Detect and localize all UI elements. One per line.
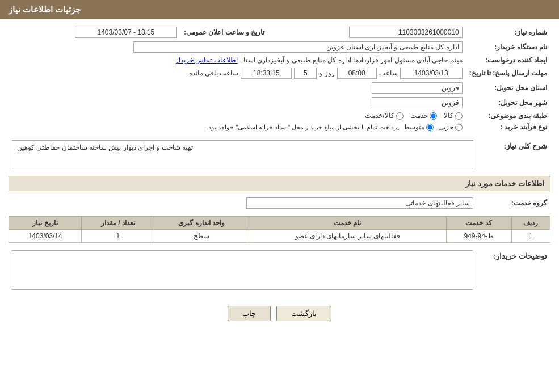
table-row: 1ط-94-949فعالیتهای سایر سازمانهای دارای … — [9, 230, 550, 243]
service-group-section: گروه خدمت: سایر فعالیتهای خدماتی — [9, 196, 550, 210]
proc-label-medium: متوسط — [404, 123, 424, 131]
creator-label: ایجاد کننده درخواست: — [466, 54, 550, 66]
city-field: قزوین — [372, 97, 463, 108]
deadline-row: 1403/03/13 ساعت 08:00 روز و 5 18:33:15 س… — [9, 66, 466, 81]
table-row: ردیف کد خدمت نام خدمت واحد اندازه گیری ت… — [9, 217, 550, 230]
announce-value: 1403/03/07 - 13:15 — [9, 25, 180, 40]
deadline-label: مهلت ارسال پاسخ: تا تاریخ: — [466, 66, 550, 81]
process-option-partial: جزیی — [438, 123, 463, 131]
info-table: شماره نیاز: 1103003261000010 تاریخ و ساع… — [9, 25, 550, 133]
page-title: جزئیات اطلاعات نیاز — [9, 5, 81, 14]
need-desc-table: شرح کلی نیاز: تهیه شاخت و اجرای دیوار پی… — [9, 138, 550, 170]
buyer-desc-box — [12, 250, 473, 290]
service-group-value: سایر فعالیتهای خدماتی — [9, 196, 477, 210]
col-header-code: کد خدمت — [446, 217, 511, 230]
cell-unit: سطح — [154, 230, 249, 243]
process-options: جزیی متوسط پرداخت تمام یا بخشی از مبلغ خ… — [9, 121, 466, 133]
need-desc-box: تهیه شاخت و اجرای دیوار پیش ساخته ساختما… — [12, 140, 473, 168]
table-row: شماره نیاز: 1103003261000010 تاریخ و ساع… — [9, 25, 550, 40]
need-desc-value: تهیه شاخت و اجرای دیوار پیش ساخته ساختما… — [9, 138, 477, 170]
services-section-title: اطلاعات خدمات مورد نیاز — [9, 176, 550, 191]
buyer-desc-table: توضیحات خریدار: — [9, 248, 550, 292]
category-option-kala: کالا — [444, 112, 463, 120]
table-row: توضیحات خریدار: — [9, 248, 550, 292]
need-number-label: شماره نیاز: — [466, 25, 550, 40]
cat-label-kala: کالا — [444, 112, 453, 120]
deadline-time-label: ساعت — [379, 69, 398, 77]
process-label: نوع فرآیند خرید : — [466, 121, 550, 133]
cat-radio-kala[interactable] — [455, 112, 463, 120]
need-number-value: 1103003261000010 — [276, 25, 465, 40]
province-label: استان محل تحویل: — [466, 81, 550, 95]
footer-buttons: بازگشت چاپ — [9, 297, 550, 327]
page-wrapper: جزئیات اطلاعات نیاز شماره نیاز: 11030032… — [0, 0, 559, 392]
deadline-time-field: 08:00 — [337, 68, 377, 79]
col-header-date: تاریخ نیاز — [9, 217, 82, 230]
cat-radio-both[interactable] — [396, 112, 404, 120]
announce-field: 1403/03/07 - 13:15 — [75, 27, 177, 38]
deadline-remain-field: 18:33:15 — [241, 68, 292, 79]
page-header: جزئیات اطلاعات نیاز — [0, 0, 559, 19]
deadline-remain-label: ساعت باقی مانده — [189, 69, 239, 77]
buyer-org-value: اداره کل منابع طبیعی و آبخیزداری استان ق… — [9, 40, 466, 54]
creator-link[interactable]: اطلاعات تماس خریدار — [175, 56, 238, 64]
cell-row: 1 — [511, 230, 550, 243]
buyer-desc-value — [9, 248, 477, 292]
province-value: قزوین — [9, 81, 466, 95]
service-group-table: گروه خدمت: سایر فعالیتهای خدماتی — [9, 196, 550, 210]
services-table-body: 1ط-94-949فعالیتهای سایر سازمانهای دارای … — [9, 230, 550, 243]
buyer-desc-section: توضیحات خریدار: — [9, 248, 550, 292]
need-desc-text: تهیه شاخت و اجرای دیوار پیش ساخته ساختما… — [17, 144, 193, 151]
process-option-medium: متوسط — [404, 123, 434, 131]
col-header-qty: تعداد / مقدار — [82, 217, 154, 230]
table-row: نوع فرآیند خرید : جزیی متوسط پرداخت — [9, 121, 550, 133]
buyer-desc-label: توضیحات خریدار: — [477, 248, 550, 292]
col-header-name: نام خدمت — [249, 217, 446, 230]
city-label: شهر محل تحویل: — [466, 95, 550, 110]
table-row: شرح کلی نیاز: تهیه شاخت و اجرای دیوار پی… — [9, 138, 550, 170]
category-options: کالا خدمت کالا/خدمت — [9, 110, 466, 121]
table-row: گروه خدمت: سایر فعالیتهای خدماتی — [9, 196, 550, 210]
need-desc-label: شرح کلی نیاز: — [477, 138, 550, 170]
service-group-field: سایر فعالیتهای خدماتی — [246, 197, 473, 209]
deadline-date-field: 1403/03/13 — [400, 68, 463, 79]
process-description: پرداخت تمام یا بخشی از مبلغ خریداز محل "… — [207, 124, 399, 131]
announce-label: تاریخ و ساعت اعلان عمومی: — [180, 25, 276, 40]
cell-qty: 1 — [82, 230, 154, 243]
cell-date: 1403/03/14 — [9, 230, 82, 243]
services-table-head: ردیف کد خدمت نام خدمت واحد اندازه گیری ت… — [9, 217, 550, 230]
cell-name: فعالیتهای سایر سازمانهای دارای عضو — [249, 230, 446, 243]
category-option-service: خدمت — [410, 112, 437, 120]
creator-text: میثم حاجی آبادی مسئول امور قراردادها ادا… — [243, 56, 463, 64]
main-info-section: شماره نیاز: 1103003261000010 تاریخ و ساع… — [9, 25, 550, 133]
cat-radio-service[interactable] — [430, 112, 437, 120]
services-table: ردیف کد خدمت نام خدمت واحد اندازه گیری ت… — [9, 216, 550, 243]
buyer-org-field: اداره کل منابع طبیعی و آبخیزداری استان ق… — [133, 41, 463, 53]
services-table-section: ردیف کد خدمت نام خدمت واحد اندازه گیری ت… — [9, 216, 550, 243]
proc-label-partial: جزیی — [438, 123, 453, 131]
table-row: شهر محل تحویل: قزوین — [9, 95, 550, 110]
buyer-org-label: نام دستگاه خریدار: — [466, 40, 550, 54]
cat-label-service: خدمت — [410, 112, 428, 120]
need-number-field: 1103003261000010 — [349, 27, 463, 38]
creator-value: میثم حاجی آبادی مسئول امور قراردادها ادا… — [9, 54, 466, 66]
table-row: طبقه بندی موضوعی: کالا خدمت — [9, 110, 550, 121]
col-header-unit: واحد اندازه گیری — [154, 217, 249, 230]
city-value: قزوین — [9, 95, 466, 110]
print-button[interactable]: چاپ — [228, 306, 271, 321]
cat-label-both: کالا/خدمت — [365, 112, 394, 120]
proc-radio-medium[interactable] — [426, 124, 434, 131]
table-row: نام دستگاه خریدار: اداره کل منابع طبیعی … — [9, 40, 550, 54]
category-label: طبقه بندی موضوعی: — [466, 110, 550, 121]
province-field: قزوین — [372, 82, 463, 94]
category-option-both: کالا/خدمت — [365, 112, 403, 120]
table-row: استان محل تحویل: قزوین — [9, 81, 550, 95]
service-group-label: گروه خدمت: — [477, 196, 550, 210]
content-area: شماره نیاز: 1103003261000010 تاریخ و ساع… — [0, 19, 559, 332]
table-row: مهلت ارسال پاسخ: تا تاریخ: 1403/03/13 سا… — [9, 66, 550, 81]
back-button[interactable]: بازگشت — [276, 306, 331, 321]
table-row: ایجاد کننده درخواست: میثم حاجی آبادی مسئ… — [9, 54, 550, 66]
deadline-days-field: 5 — [294, 68, 317, 79]
proc-radio-partial[interactable] — [455, 124, 463, 131]
col-header-row: ردیف — [511, 217, 550, 230]
